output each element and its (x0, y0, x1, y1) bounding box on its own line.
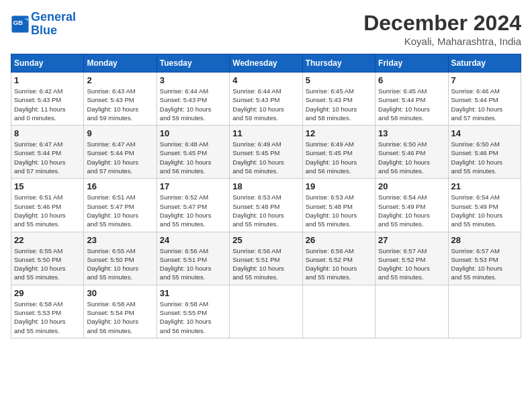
day-info: Sunrise: 6:45 AMSunset: 5:44 PMDaylight:… (378, 87, 445, 122)
day-info: Sunrise: 6:42 AMSunset: 5:43 PMDaylight:… (14, 87, 81, 122)
calendar-cell: 19Sunrise: 6:53 AMSunset: 5:48 PMDayligh… (302, 179, 375, 232)
header: GB General Blue December 2024 Koyali, Ma… (11, 11, 521, 47)
calendar-cell: 8Sunrise: 6:47 AMSunset: 5:44 PMDaylight… (11, 126, 84, 179)
day-info: Sunrise: 6:49 AMSunset: 5:45 PMDaylight:… (306, 140, 372, 175)
day-number: 20 (378, 181, 445, 191)
calendar-header-friday: Friday (375, 54, 448, 73)
day-number: 15 (14, 181, 81, 191)
calendar-cell: 24Sunrise: 6:56 AMSunset: 5:51 PMDayligh… (157, 232, 229, 285)
calendar-cell (448, 285, 521, 338)
day-number: 18 (232, 181, 299, 191)
day-number: 4 (232, 75, 299, 85)
calendar-cell: 15Sunrise: 6:51 AMSunset: 5:46 PMDayligh… (11, 179, 84, 232)
day-number: 19 (306, 181, 372, 191)
day-number: 25 (232, 235, 299, 245)
calendar-cell: 14Sunrise: 6:50 AMSunset: 5:46 PMDayligh… (448, 126, 521, 179)
day-info: Sunrise: 6:44 AMSunset: 5:43 PMDaylight:… (232, 87, 299, 122)
day-info: Sunrise: 6:50 AMSunset: 5:46 PMDaylight:… (451, 140, 518, 175)
calendar-cell: 3Sunrise: 6:44 AMSunset: 5:43 PMDaylight… (157, 73, 229, 126)
calendar-cell: 2Sunrise: 6:43 AMSunset: 5:43 PMDaylight… (84, 73, 157, 126)
day-number: 17 (160, 181, 226, 191)
day-info: Sunrise: 6:54 AMSunset: 5:49 PMDaylight:… (378, 193, 445, 228)
day-number: 2 (87, 75, 153, 85)
day-number: 1 (14, 75, 81, 85)
location: Koyali, Maharashtra, India (363, 36, 521, 47)
calendar-cell: 13Sunrise: 6:50 AMSunset: 5:46 PMDayligh… (375, 126, 448, 179)
calendar-header-thursday: Thursday (302, 54, 375, 73)
day-number: 12 (306, 128, 372, 138)
day-number: 27 (378, 235, 445, 245)
day-number: 14 (451, 128, 518, 138)
day-info: Sunrise: 6:55 AMSunset: 5:50 PMDaylight:… (87, 246, 153, 282)
day-info: Sunrise: 6:58 AMSunset: 5:53 PMDaylight:… (14, 300, 81, 335)
day-info: Sunrise: 6:45 AMSunset: 5:43 PMDaylight:… (306, 87, 372, 122)
day-info: Sunrise: 6:52 AMSunset: 5:47 PMDaylight:… (160, 193, 226, 228)
day-number: 6 (378, 75, 445, 85)
day-number: 3 (160, 75, 226, 85)
title-area: December 2024 Koyali, Maharashtra, India (363, 11, 521, 47)
calendar-cell: 1Sunrise: 6:42 AMSunset: 5:43 PMDaylight… (11, 73, 84, 126)
logo-icon: GB (11, 15, 30, 34)
calendar: SundayMondayTuesdayWednesdayThursdayFrid… (11, 54, 521, 338)
svg-text:GB: GB (13, 19, 24, 26)
day-number: 28 (451, 235, 518, 245)
calendar-week-4: 22Sunrise: 6:55 AMSunset: 5:50 PMDayligh… (11, 232, 521, 285)
calendar-cell: 29Sunrise: 6:58 AMSunset: 5:53 PMDayligh… (11, 285, 84, 338)
day-number: 21 (451, 181, 518, 191)
day-info: Sunrise: 6:47 AMSunset: 5:44 PMDaylight:… (14, 140, 81, 175)
day-number: 24 (160, 235, 226, 245)
day-info: Sunrise: 6:53 AMSunset: 5:48 PMDaylight:… (306, 193, 372, 228)
day-info: Sunrise: 6:57 AMSunset: 5:52 PMDaylight:… (378, 246, 445, 282)
calendar-cell: 31Sunrise: 6:58 AMSunset: 5:55 PMDayligh… (157, 285, 229, 338)
calendar-header-row: SundayMondayTuesdayWednesdayThursdayFrid… (11, 54, 521, 73)
day-info: Sunrise: 6:48 AMSunset: 5:45 PMDaylight:… (160, 140, 226, 175)
day-info: Sunrise: 6:51 AMSunset: 5:46 PMDaylight:… (14, 193, 81, 228)
day-info: Sunrise: 6:58 AMSunset: 5:54 PMDaylight:… (87, 300, 153, 335)
day-info: Sunrise: 6:53 AMSunset: 5:48 PMDaylight:… (232, 193, 299, 228)
calendar-cell: 21Sunrise: 6:54 AMSunset: 5:49 PMDayligh… (448, 179, 521, 232)
calendar-body: 1Sunrise: 6:42 AMSunset: 5:43 PMDaylight… (11, 73, 521, 338)
calendar-cell: 25Sunrise: 6:56 AMSunset: 5:51 PMDayligh… (230, 232, 302, 285)
calendar-cell: 10Sunrise: 6:48 AMSunset: 5:45 PMDayligh… (157, 126, 229, 179)
day-number: 31 (160, 288, 226, 298)
calendar-cell: 12Sunrise: 6:49 AMSunset: 5:45 PMDayligh… (302, 126, 375, 179)
day-number: 26 (306, 235, 372, 245)
calendar-header-monday: Monday (84, 54, 157, 73)
calendar-cell: 23Sunrise: 6:55 AMSunset: 5:50 PMDayligh… (84, 232, 157, 285)
calendar-cell: 7Sunrise: 6:46 AMSunset: 5:44 PMDaylight… (448, 73, 521, 126)
day-info: Sunrise: 6:51 AMSunset: 5:47 PMDaylight:… (87, 193, 153, 228)
logo-text: General Blue (31, 11, 76, 38)
day-info: Sunrise: 6:56 AMSunset: 5:51 PMDaylight:… (160, 246, 226, 282)
calendar-week-3: 15Sunrise: 6:51 AMSunset: 5:46 PMDayligh… (11, 179, 521, 232)
calendar-cell: 26Sunrise: 6:56 AMSunset: 5:52 PMDayligh… (302, 232, 375, 285)
calendar-cell: 6Sunrise: 6:45 AMSunset: 5:44 PMDaylight… (375, 73, 448, 126)
day-number: 11 (232, 128, 299, 138)
day-number: 5 (306, 75, 372, 85)
calendar-cell: 22Sunrise: 6:55 AMSunset: 5:50 PMDayligh… (11, 232, 84, 285)
logo: GB General Blue (11, 11, 76, 38)
calendar-cell: 17Sunrise: 6:52 AMSunset: 5:47 PMDayligh… (157, 179, 229, 232)
calendar-week-5: 29Sunrise: 6:58 AMSunset: 5:53 PMDayligh… (11, 285, 521, 338)
calendar-cell: 9Sunrise: 6:47 AMSunset: 5:44 PMDaylight… (84, 126, 157, 179)
calendar-week-2: 8Sunrise: 6:47 AMSunset: 5:44 PMDaylight… (11, 126, 521, 179)
day-number: 8 (14, 128, 81, 138)
day-info: Sunrise: 6:58 AMSunset: 5:55 PMDaylight:… (160, 300, 226, 335)
calendar-cell (230, 285, 302, 338)
month-title: December 2024 (363, 11, 521, 36)
day-number: 23 (87, 235, 153, 245)
calendar-cell: 16Sunrise: 6:51 AMSunset: 5:47 PMDayligh… (84, 179, 157, 232)
calendar-header-sunday: Sunday (11, 54, 84, 73)
day-number: 9 (87, 128, 153, 138)
day-info: Sunrise: 6:55 AMSunset: 5:50 PMDaylight:… (14, 246, 81, 282)
calendar-cell: 27Sunrise: 6:57 AMSunset: 5:52 PMDayligh… (375, 232, 448, 285)
day-number: 30 (87, 288, 153, 298)
calendar-cell: 18Sunrise: 6:53 AMSunset: 5:48 PMDayligh… (230, 179, 302, 232)
logo-line2: Blue (31, 24, 57, 37)
day-number: 22 (14, 235, 81, 245)
day-info: Sunrise: 6:56 AMSunset: 5:52 PMDaylight:… (306, 246, 372, 282)
day-number: 10 (160, 128, 226, 138)
day-info: Sunrise: 6:54 AMSunset: 5:49 PMDaylight:… (451, 193, 518, 228)
calendar-cell: 11Sunrise: 6:49 AMSunset: 5:45 PMDayligh… (230, 126, 302, 179)
day-info: Sunrise: 6:49 AMSunset: 5:45 PMDaylight:… (232, 140, 299, 175)
day-info: Sunrise: 6:43 AMSunset: 5:43 PMDaylight:… (87, 87, 153, 122)
